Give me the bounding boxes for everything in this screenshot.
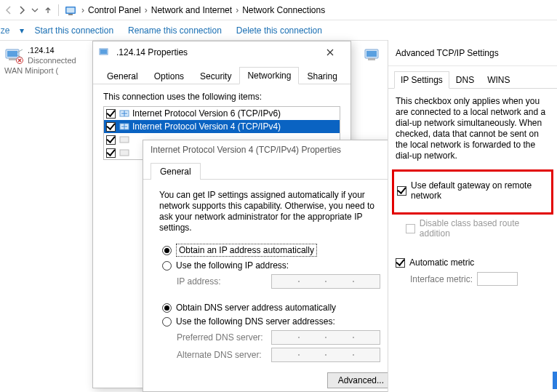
breadcrumb-network-connections[interactable]: Network Connections bbox=[241, 2, 326, 18]
forward-button[interactable] bbox=[16, 4, 28, 16]
checkbox-disable-class-route[interactable]: Disable class based route addition bbox=[406, 218, 550, 239]
interface-metric-field: Interface metric: bbox=[410, 272, 550, 286]
protocol-icon bbox=[119, 121, 129, 132]
tab-security[interactable]: Security bbox=[192, 68, 239, 84]
tab-sharing[interactable]: Sharing bbox=[299, 68, 345, 84]
radio-icon bbox=[162, 303, 172, 313]
delete-connection[interactable]: Delete this connection bbox=[229, 23, 329, 39]
protocol-icon bbox=[119, 135, 129, 145]
chevron-icon[interactable]: › bbox=[79, 5, 87, 15]
dropdown-triangle-icon[interactable]: ▾ bbox=[20, 25, 24, 36]
list-item[interactable]: Internet Protocol Version 6 (TCP/IPv6) bbox=[104, 107, 340, 120]
checkbox[interactable] bbox=[105, 121, 116, 132]
radio-icon bbox=[162, 317, 172, 327]
svg-rect-8 bbox=[366, 51, 377, 57]
breadcrumb-network-internet[interactable]: Network and Internet bbox=[150, 2, 233, 18]
field-label: Preferred DNS server: bbox=[177, 332, 271, 343]
chevron-icon[interactable]: › bbox=[233, 5, 241, 15]
preferred-dns-field: Preferred DNS server: bbox=[177, 330, 389, 345]
checkbox-default-gateway[interactable]: Use default gateway on remote network bbox=[397, 180, 548, 201]
field-label: Alternate DNS server: bbox=[177, 350, 271, 360]
checkbox[interactable] bbox=[105, 108, 116, 119]
items-list-label: This connection uses the following items… bbox=[103, 92, 340, 102]
connection-icon bbox=[99, 47, 111, 58]
organize-menu[interactable]: ganize bbox=[0, 23, 17, 39]
tab-ip-settings[interactable]: IP Settings bbox=[394, 71, 449, 89]
checkbox[interactable] bbox=[105, 148, 116, 159]
radio-use-ip[interactable]: Use the following IP address: bbox=[162, 260, 389, 271]
connection-name: .124.14 bbox=[28, 45, 90, 55]
radio-label: Use the following IP address: bbox=[176, 260, 289, 271]
dialog-title: Advanced TCP/IP Settings bbox=[388, 40, 557, 66]
advanced-tcpip-dialog: Advanced TCP/IP Settings IP Settings DNS… bbox=[388, 40, 557, 392]
dialog-title: .124.14 Properties bbox=[116, 47, 316, 57]
svg-rect-15 bbox=[120, 150, 129, 156]
checkbox-label: Use default gateway on remote network bbox=[411, 180, 548, 201]
breadcrumb-control-panel[interactable]: Control Panel bbox=[87, 2, 143, 18]
radio-icon bbox=[162, 261, 172, 271]
ipv4-properties-dialog: Internet Protocol Version 4 (TCP/IPv4) P… bbox=[143, 140, 406, 392]
svg-rect-5 bbox=[9, 58, 16, 60]
protocol-icon bbox=[119, 148, 129, 158]
connection-item[interactable]: .124.14 Disconnected WAN Miniport ( bbox=[4, 45, 90, 76]
field-label: IP address: bbox=[177, 276, 271, 287]
close-button[interactable] bbox=[316, 44, 345, 61]
checkbox[interactable] bbox=[105, 135, 116, 145]
svg-rect-11 bbox=[100, 49, 107, 54]
checkbox-icon bbox=[396, 258, 405, 268]
info-paragraph: You can get IP settings assigned automat… bbox=[159, 190, 389, 233]
item-label: Internet Protocol Version 6 (TCP/IPv6) bbox=[132, 108, 338, 119]
checkbox-label: Disable class based route addition bbox=[420, 218, 550, 239]
checkbox-automatic-metric[interactable]: Automatic metric bbox=[396, 257, 550, 268]
field-label: Interface metric: bbox=[410, 274, 477, 284]
ip-input[interactable] bbox=[271, 348, 380, 362]
info-text: This checkbox only applies when you are … bbox=[396, 96, 550, 161]
checkbox-label: Automatic metric bbox=[409, 257, 474, 268]
button-edge[interactable] bbox=[553, 372, 557, 389]
tab-dns[interactable]: DNS bbox=[449, 71, 481, 89]
svg-rect-2 bbox=[68, 14, 73, 15]
command-bar: ganize ▾ Start this connection Rename th… bbox=[0, 20, 557, 41]
svg-rect-1 bbox=[67, 7, 75, 12]
start-connection[interactable]: Start this connection bbox=[27, 23, 121, 39]
tab-networking[interactable]: Networking bbox=[239, 67, 299, 84]
checkbox-icon bbox=[397, 186, 406, 196]
connection-item-partial[interactable] bbox=[364, 45, 385, 65]
radio-obtain-dns-auto[interactable]: Obtain DNS server address automatically bbox=[162, 303, 389, 313]
radio-icon bbox=[162, 246, 172, 255]
svg-rect-14 bbox=[120, 137, 129, 143]
recent-dropdown[interactable] bbox=[29, 4, 41, 16]
ip-input[interactable] bbox=[271, 330, 380, 345]
tab-strip: IP Settings DNS WINS bbox=[388, 66, 557, 89]
metric-input[interactable] bbox=[477, 272, 518, 286]
dialog-body: This checkbox only applies when you are … bbox=[388, 89, 557, 293]
connection-status: Disconnected bbox=[28, 55, 90, 65]
ip-address-field: IP address: bbox=[177, 274, 389, 289]
address-bar: › Control Panel › Network and Internet ›… bbox=[0, 0, 557, 20]
radio-label: Use the following DNS server addresses: bbox=[176, 316, 335, 327]
tab-strip: General bbox=[143, 159, 405, 180]
back-button[interactable] bbox=[3, 4, 15, 16]
tab-general[interactable]: General bbox=[151, 163, 201, 180]
tab-strip: General Options Security Networking Shar… bbox=[93, 63, 350, 84]
dialog-title: Internet Protocol Version 4 (TCP/IPv4) P… bbox=[151, 145, 341, 155]
alternate-dns-field: Alternate DNS server: bbox=[177, 348, 389, 362]
tab-options[interactable]: Options bbox=[146, 68, 192, 84]
advanced-button[interactable]: Advanced... bbox=[327, 372, 395, 388]
rename-connection[interactable]: Rename this connection bbox=[121, 23, 229, 39]
radio-obtain-ip-auto[interactable]: Obtain an IP address automatically bbox=[162, 244, 389, 257]
ip-input[interactable] bbox=[271, 274, 380, 289]
connection-device: WAN Miniport ( bbox=[4, 65, 90, 76]
tab-wins[interactable]: WINS bbox=[481, 71, 516, 89]
dialog-titlebar[interactable]: Internet Protocol Version 4 (TCP/IPv4) P… bbox=[143, 140, 405, 159]
tab-general[interactable]: General bbox=[99, 68, 146, 84]
up-button[interactable] bbox=[42, 4, 54, 16]
checkbox-icon bbox=[406, 224, 415, 233]
item-label: Internet Protocol Version 4 (TCP/IPv4) bbox=[132, 121, 338, 132]
highlighted-region: Use default gateway on remote network bbox=[393, 170, 553, 214]
radio-use-dns[interactable]: Use the following DNS server addresses: bbox=[162, 316, 389, 327]
list-item-selected[interactable]: Internet Protocol Version 4 (TCP/IPv4) bbox=[104, 120, 340, 133]
dialog-titlebar[interactable]: .124.14 Properties bbox=[93, 41, 350, 63]
separator bbox=[58, 4, 59, 16]
chevron-icon[interactable]: › bbox=[143, 5, 150, 15]
